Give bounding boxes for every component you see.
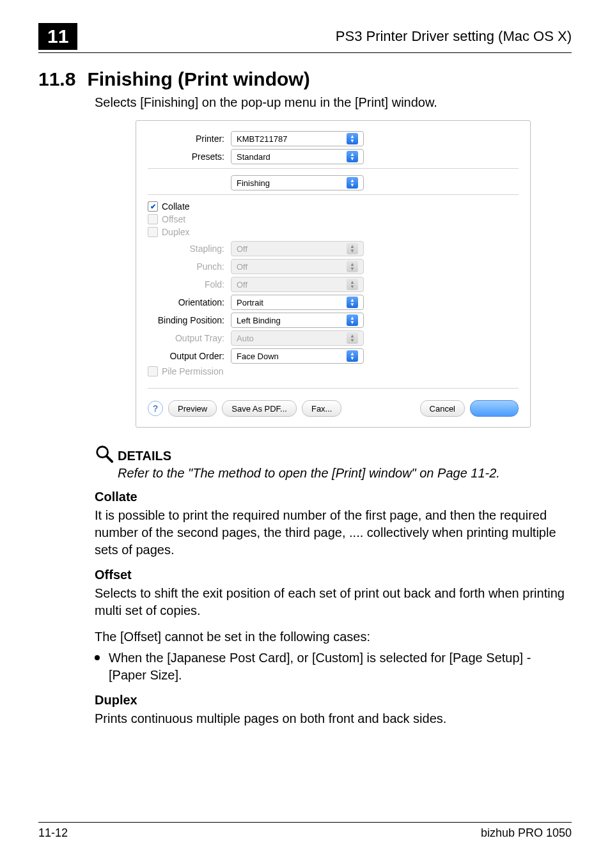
- help-button[interactable]: ?: [148, 401, 163, 416]
- orientation-label: Orientation:: [148, 297, 231, 307]
- stapling-value: Off: [237, 244, 247, 254]
- checkbox-icon: [148, 214, 158, 224]
- cancel-button[interactable]: Cancel: [420, 400, 465, 417]
- offset-body-2: The [Offset] cannot be set in the follow…: [95, 628, 572, 646]
- printer-select[interactable]: KMBT211787 ▲▼: [231, 131, 364, 146]
- updown-icon: ▲▼: [347, 350, 358, 362]
- outorder-label: Output Order:: [148, 351, 231, 361]
- collate-heading: Collate: [95, 490, 572, 504]
- footer-page-number: 11-12: [38, 826, 68, 840]
- updown-icon: ▲▼: [347, 332, 358, 344]
- section-heading: 11.8 Finishing (Print window): [38, 68, 572, 90]
- details-heading: DETAILS: [95, 444, 572, 463]
- print-button[interactable]: [470, 400, 519, 417]
- punch-value: Off: [237, 262, 247, 272]
- offset-checkbox[interactable]: Offset: [148, 214, 519, 224]
- dialog-divider: [148, 194, 519, 195]
- collate-check-label: Collate: [162, 201, 190, 212]
- section-title: Finishing (Print window): [87, 68, 309, 90]
- print-dialog: Printer: KMBT211787 ▲▼ Presets: Standard…: [136, 120, 531, 428]
- bullet-icon: [95, 655, 100, 660]
- outtray-select[interactable]: Auto ▲▼: [231, 330, 364, 346]
- fax-button[interactable]: Fax...: [302, 400, 342, 417]
- duplex-checkbox[interactable]: Duplex: [148, 227, 519, 237]
- printer-label: Printer:: [148, 134, 231, 144]
- duplex-check-label: Duplex: [162, 227, 190, 237]
- duplex-heading: Duplex: [95, 693, 572, 708]
- panel-value: Finishing: [237, 178, 270, 188]
- collate-checkbox[interactable]: ✔ Collate: [148, 201, 519, 212]
- offset-heading: Offset: [95, 568, 572, 582]
- details-reference: Refer to the "The method to open the [Pr…: [118, 466, 572, 481]
- updown-icon: ▲▼: [347, 261, 358, 272]
- updown-icon: ▲▼: [347, 314, 358, 326]
- printer-value: KMBT211787: [237, 134, 288, 144]
- punch-select[interactable]: Off ▲▼: [231, 259, 364, 274]
- chapter-badge: 11: [38, 23, 77, 50]
- updown-icon: ▲▼: [347, 243, 358, 254]
- binding-label: Binding Position:: [148, 315, 231, 325]
- offset-check-label: Offset: [162, 214, 185, 224]
- orientation-value: Portrait: [237, 298, 263, 307]
- outtray-value: Auto: [237, 334, 254, 343]
- section-number: 11.8: [38, 68, 75, 90]
- presets-value: Standard: [237, 152, 270, 162]
- page-header: 11 PS3 Printer Driver setting (Mac OS X): [38, 23, 572, 53]
- offset-bullet-text: When the [Japanese Post Card], or [Custo…: [109, 649, 572, 684]
- pile-permission-checkbox[interactable]: Pile Permission: [148, 366, 519, 376]
- fold-select[interactable]: Off ▲▼: [231, 277, 364, 292]
- updown-icon: ▲▼: [347, 177, 358, 189]
- updown-icon: ▲▼: [347, 133, 358, 144]
- dialog-divider: [148, 388, 519, 389]
- magnifier-icon: [95, 444, 114, 463]
- updown-icon: ▲▼: [347, 151, 358, 162]
- collate-body: It is possible to print the required num…: [95, 507, 572, 559]
- outorder-value: Face Down: [237, 352, 279, 361]
- binding-value: Left Binding: [237, 316, 281, 325]
- pile-permission-label: Pile Permission: [162, 366, 223, 376]
- checkbox-icon: [148, 227, 158, 237]
- updown-icon: ▲▼: [347, 297, 358, 308]
- binding-select[interactable]: Left Binding ▲▼: [231, 313, 364, 328]
- panel-select[interactable]: Finishing ▲▼: [231, 175, 364, 190]
- presets-select[interactable]: Standard ▲▼: [231, 149, 364, 164]
- outtray-label: Output Tray:: [148, 333, 231, 343]
- fold-label: Fold:: [148, 279, 231, 290]
- orientation-select[interactable]: Portrait ▲▼: [231, 295, 364, 310]
- svg-line-1: [107, 456, 112, 461]
- offset-bullet: When the [Japanese Post Card], or [Custo…: [95, 649, 572, 684]
- save-as-pdf-button[interactable]: Save As PDF...: [222, 400, 297, 417]
- checkbox-checked-icon: ✔: [148, 201, 158, 212]
- presets-label: Presets:: [148, 151, 231, 162]
- stapling-select[interactable]: Off ▲▼: [231, 241, 364, 256]
- stapling-label: Stapling:: [148, 244, 231, 254]
- footer-product: bizhub PRO 1050: [481, 826, 572, 840]
- punch-label: Punch:: [148, 261, 231, 272]
- details-label: DETAILS: [118, 449, 171, 463]
- offset-body-1: Selects to shift the exit position of ea…: [95, 585, 572, 619]
- updown-icon: ▲▼: [347, 279, 358, 290]
- outorder-select[interactable]: Face Down ▲▼: [231, 348, 364, 364]
- checkbox-icon: [148, 366, 158, 376]
- fold-value: Off: [237, 280, 247, 290]
- page-footer: 11-12 bizhub PRO 1050: [38, 822, 572, 840]
- dialog-divider: [148, 168, 519, 169]
- section-intro: Selects [Finishing] on the pop-up menu i…: [95, 94, 572, 111]
- duplex-body: Prints continuous multiple pages on both…: [95, 710, 572, 727]
- preview-button[interactable]: Preview: [168, 400, 217, 417]
- header-title: PS3 Printer Driver setting (Mac OS X): [336, 28, 572, 45]
